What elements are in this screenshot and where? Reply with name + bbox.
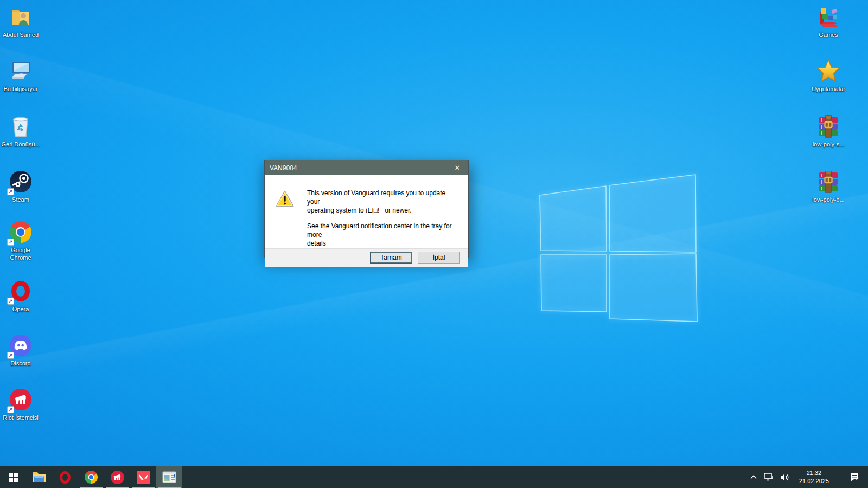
desktop-icon-label: Steam <box>12 196 29 204</box>
taskbar-riot-client[interactable] <box>104 466 130 488</box>
desktop-icon-label: Geri Dönüşü... <box>2 141 40 149</box>
taskbar-file-explorer[interactable] <box>26 466 52 488</box>
dialog-titlebar[interactable]: VAN9004 ✕ <box>265 160 468 175</box>
desktop-icon-user-folder[interactable]: Abdul Samed <box>0 4 41 39</box>
opera-icon: ↗ <box>8 279 33 304</box>
system-tray: 21:32 21.02.2025 <box>748 466 868 488</box>
desktop-icon-steam[interactable]: ↗ Steam <box>0 169 41 204</box>
steam-icon: ↗ <box>8 169 33 194</box>
action-center-icon[interactable] <box>848 466 860 488</box>
chrome-icon: ↗ <box>8 220 33 245</box>
tray-date: 21.02.2025 <box>799 477 829 485</box>
start-button[interactable] <box>0 466 26 488</box>
desktop-icon-winrar-1[interactable]: low-poly-s... <box>808 114 849 149</box>
user-folder-icon <box>8 4 33 29</box>
message-line: operating system to ìEf□! or newer. <box>307 207 456 215</box>
message-line: This version of Vanguard requires you to… <box>307 189 456 207</box>
riot-fist-icon <box>111 471 124 484</box>
dialog-message: This version of Vanguard requires you to… <box>307 189 456 248</box>
desktop-icon-this-pc[interactable]: Bu bilgisayar <box>0 59 41 93</box>
desktop-icon-uygulamalar[interactable]: Uygulamalar <box>808 59 849 93</box>
games-folder-icon <box>816 4 841 29</box>
shortcut-arrow-icon: ↗ <box>7 239 14 246</box>
taskbar-valorant[interactable] <box>130 466 156 488</box>
desktop-icon-riot-client[interactable]: ↗ Riot İstemcisi <box>0 387 41 422</box>
shortcut-arrow-icon: ↗ <box>7 298 14 305</box>
tray-time: 21:32 <box>799 469 829 477</box>
taskbar: 21:32 21.02.2025 <box>0 466 868 488</box>
desktop-icon-label: Bu bilgisayar <box>4 86 38 93</box>
tray-network-icon[interactable] <box>763 466 775 488</box>
tray-clock[interactable]: 21:32 21.02.2025 <box>795 469 833 485</box>
ok-button[interactable]: Tamam <box>370 252 412 264</box>
opera-icon <box>60 471 71 484</box>
taskbar-opera[interactable] <box>52 466 78 488</box>
this-pc-icon <box>8 59 33 84</box>
windows-logo-icon <box>9 473 18 482</box>
file-explorer-icon <box>32 471 46 483</box>
valorant-icon <box>137 471 150 484</box>
desktop-icon-label: low-poly-b... <box>812 196 844 204</box>
tray-volume-icon[interactable] <box>779 466 791 488</box>
close-icon[interactable]: ✕ <box>446 160 468 175</box>
desktop-icon-label: Discord <box>10 360 30 368</box>
desktop-icon-label: Games <box>819 31 838 39</box>
taskbar-van9004-window[interactable] <box>156 466 182 488</box>
dialog-title: VAN9004 <box>270 164 446 172</box>
desktop-icon-label: Uygulamalar <box>812 86 845 93</box>
desktop-icon-recycle-bin[interactable]: Geri Dönüşü... <box>0 114 41 149</box>
van9004-dialog: VAN9004 ✕ This version of Vanguard requi… <box>264 160 469 258</box>
desktop-icon-discord[interactable]: ↗ Discord <box>0 333 41 368</box>
message-line: details <box>307 240 456 248</box>
desktop-icon-label: Riot İstemcisi <box>3 414 38 422</box>
desktop-icon-games[interactable]: Games <box>808 4 849 39</box>
desktop-icon-label: Opera <box>12 306 29 313</box>
taskbar-empty-area <box>182 466 748 488</box>
dialog-footer: Tamam İptal <box>265 248 468 267</box>
shortcut-arrow-icon: ↗ <box>7 406 14 413</box>
desktop-icon-winrar-2[interactable]: low-poly-b... <box>808 169 849 204</box>
desktop-icon-chrome[interactable]: ↗ Google Chrome <box>0 220 41 262</box>
winrar-archive-icon <box>816 114 841 139</box>
desktop-icon-opera[interactable]: ↗ Opera <box>0 279 41 313</box>
cancel-button[interactable]: İptal <box>418 252 460 264</box>
winrar-archive-icon <box>816 169 841 194</box>
taskbar-chrome[interactable] <box>78 466 104 488</box>
message-line: See the Vanguard notification center in … <box>307 222 456 240</box>
desktop-icon-label: Abdul Samed <box>3 31 39 39</box>
riot-fist-icon: ↗ <box>8 387 33 412</box>
star-icon <box>816 59 841 84</box>
discord-icon: ↗ <box>8 333 33 358</box>
message-window-icon <box>162 471 176 483</box>
shortcut-arrow-icon: ↗ <box>7 352 14 359</box>
dialog-body: This version of Vanguard requires you to… <box>265 175 468 248</box>
chrome-icon <box>85 471 98 484</box>
warning-icon <box>276 190 294 207</box>
tray-chevron-up-icon[interactable] <box>748 466 760 488</box>
recycle-bin-icon <box>8 114 33 139</box>
wallpaper-windows-logo <box>529 170 703 327</box>
desktop-icon-label: low-poly-s... <box>813 141 845 149</box>
shortcut-arrow-icon: ↗ <box>7 188 14 195</box>
desktop-icon-label: Google Chrome <box>0 247 41 262</box>
